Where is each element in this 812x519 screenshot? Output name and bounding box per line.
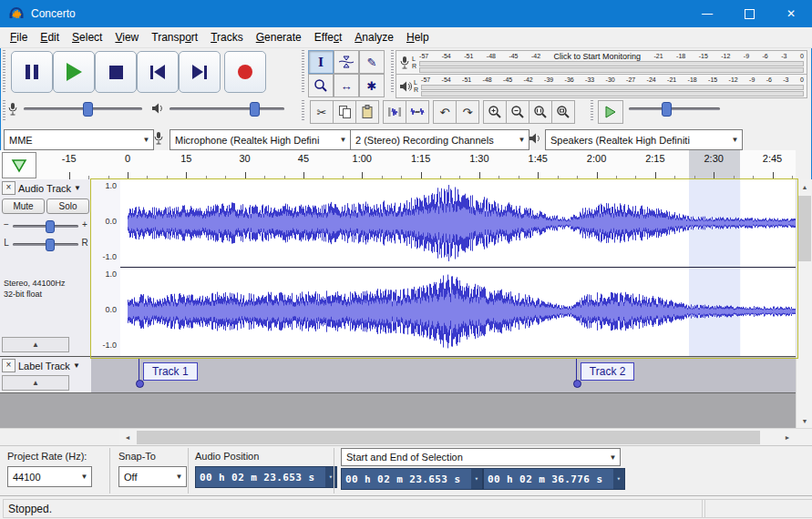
pan-thumb[interactable]	[46, 239, 55, 251]
scroll-up-icon[interactable]: ▲	[797, 179, 812, 194]
meter-scale-number: -54	[442, 53, 451, 60]
menu-select[interactable]: Select	[66, 28, 108, 46]
menu-analyze[interactable]: Analyze	[348, 28, 400, 46]
record-button[interactable]	[224, 51, 266, 93]
record-meter[interactable]: L R -57-54-51-48-45-42Click to Start Mon…	[396, 50, 807, 75]
close-track-button[interactable]: ×	[2, 181, 15, 195]
tools-toolbar-grip[interactable]	[302, 50, 304, 93]
selection-mode-combo[interactable]: Start and End of Selection ▼	[341, 448, 621, 466]
envelope-tool-button[interactable]	[334, 50, 359, 74]
selection-end-display[interactable]: 00 h 02 m 36.776 s ▾	[483, 468, 625, 490]
minimize-button[interactable]: —	[686, 0, 728, 27]
menu-generate[interactable]: Generate	[250, 28, 308, 46]
horizontal-scrollbar[interactable]: ◄ ►	[119, 428, 812, 446]
pause-button[interactable]	[11, 51, 53, 93]
label-track-area[interactable]: Track 1Track 2	[91, 356, 796, 393]
track-menu-icon[interactable]: ▼	[74, 184, 81, 192]
menu-edit[interactable]: Edit	[34, 28, 66, 46]
meter-toolbar-grip[interactable]	[391, 50, 394, 93]
play-at-speed-button[interactable]	[598, 100, 623, 124]
menu-tracks[interactable]: Tracks	[204, 28, 250, 46]
pan-slider[interactable]	[13, 236, 78, 252]
record-volume-slider[interactable]	[24, 100, 142, 117]
gain-thumb[interactable]	[46, 220, 55, 233]
play-button[interactable]	[53, 51, 95, 93]
vertical-scrollbar[interactable]: ▲ ▼	[796, 179, 812, 428]
skip-to-start-button[interactable]	[137, 51, 179, 93]
output-device-combo[interactable]: Speakers (Realtek High Definiti ▼	[545, 129, 743, 150]
menu-help[interactable]: Help	[400, 28, 436, 46]
timeline-pin-button[interactable]	[2, 152, 36, 178]
playback-speed-slider[interactable]	[629, 100, 720, 117]
playback-speed-thumb[interactable]	[662, 102, 672, 117]
playback-meter[interactable]: L R -57-54-51-48-45-42-39-36-33-30-27-24…	[396, 74, 807, 98]
audio-position-display[interactable]: 00 h 02 m 23.653 s ▾	[195, 466, 337, 488]
track-title[interactable]: Audio Track	[18, 183, 71, 194]
playback-volume-icon	[151, 102, 164, 115]
scroll-left-icon[interactable]: ◄	[119, 429, 136, 446]
skip-to-end-button[interactable]	[179, 51, 221, 93]
menu-view[interactable]: View	[108, 28, 145, 46]
selection-tool-button[interactable]: I	[308, 50, 334, 74]
chevron-down-icon[interactable]: ▾	[471, 469, 482, 489]
label-text[interactable]: Track 2	[581, 362, 635, 381]
close-label-track-button[interactable]: ×	[2, 359, 15, 372]
menu-transport[interactable]: Transport	[145, 28, 204, 46]
vertical-scale-ruler[interactable]: 1.0 0.0 -1.0 1.0 0.0 -1.0	[91, 179, 121, 356]
transport-toolbar-grip[interactable]	[3, 50, 5, 93]
playback-volume-slider[interactable]	[170, 100, 284, 117]
monitoring-hint[interactable]: Click to Start Monitoring	[554, 53, 642, 60]
label-text[interactable]: Track 1	[143, 362, 198, 381]
chevron-down-icon[interactable]: ▾	[325, 467, 336, 487]
menu-effect[interactable]: Effect	[308, 28, 348, 46]
paste-button[interactable]	[355, 100, 379, 124]
horizontal-scrollbar-thumb[interactable]	[137, 431, 760, 444]
draw-tool-button[interactable]: ✎	[359, 50, 385, 74]
label-marker-handle[interactable]	[573, 380, 581, 388]
collapse-label-track-button[interactable]: ▲	[2, 375, 69, 391]
gain-slider[interactable]	[13, 218, 78, 234]
undo-button[interactable]: ↶	[433, 100, 457, 124]
scroll-right-icon[interactable]: ►	[779, 429, 796, 446]
multi-tool-button[interactable]: ✱	[359, 74, 385, 97]
chevron-down-icon[interactable]: ▾	[613, 469, 624, 489]
playback-volume-thumb[interactable]	[250, 102, 260, 117]
waveform-canvas[interactable]	[120, 179, 796, 356]
solo-button[interactable]: Solo	[46, 198, 89, 214]
trim-audio-button[interactable]	[383, 100, 406, 124]
label-marker[interactable]	[139, 359, 139, 382]
zoom-out-button[interactable]	[506, 100, 529, 124]
menu-file[interactable]: File	[4, 28, 34, 46]
scroll-down-icon[interactable]: ▼	[797, 413, 812, 428]
stop-button[interactable]	[95, 51, 137, 93]
collapse-track-button[interactable]: ▲	[2, 337, 69, 352]
audio-host-combo[interactable]: MME ▼	[4, 129, 154, 150]
mute-button[interactable]: Mute	[2, 198, 45, 214]
label-marker[interactable]	[576, 359, 577, 382]
edit-toolbar-grip[interactable]	[302, 100, 304, 122]
fit-selection-button[interactable]	[529, 100, 552, 124]
close-button[interactable]: ✕	[770, 0, 812, 27]
project-rate-combo[interactable]: 44100 ▼	[7, 466, 92, 487]
copy-button[interactable]	[333, 100, 356, 124]
timeline-ruler[interactable]: -1501530451:001:151:301:452:002:152:302:…	[0, 150, 796, 180]
label-track-title[interactable]: Label Track	[18, 361, 70, 371]
mixer-toolbar-grip[interactable]	[3, 100, 5, 122]
vertical-scrollbar-thumb[interactable]	[798, 196, 811, 261]
input-device-combo[interactable]: Microphone (Realtek High Defini ▼	[170, 129, 351, 150]
snap-to-combo[interactable]: Off ▼	[118, 466, 187, 487]
maximize-button[interactable]	[728, 0, 770, 27]
selection-start-display[interactable]: 00 h 02 m 23.653 s ▾	[341, 468, 483, 490]
zoom-in-button[interactable]	[483, 100, 507, 124]
zoom-tool-button[interactable]	[308, 74, 334, 97]
record-volume-thumb[interactable]	[83, 102, 93, 117]
input-channels-combo[interactable]: 2 (Stereo) Recording Channels ▼	[350, 129, 529, 150]
fit-project-button[interactable]	[551, 100, 575, 124]
timeshift-tool-button[interactable]: ↔	[334, 74, 359, 97]
label-marker-handle[interactable]	[136, 380, 144, 388]
transcription-toolbar-grip[interactable]	[591, 100, 593, 122]
redo-button[interactable]: ↷	[456, 100, 479, 124]
label-track-menu-icon[interactable]: ▼	[73, 361, 80, 370]
cut-button[interactable]: ✂	[310, 100, 334, 124]
silence-audio-button[interactable]	[406, 100, 429, 124]
